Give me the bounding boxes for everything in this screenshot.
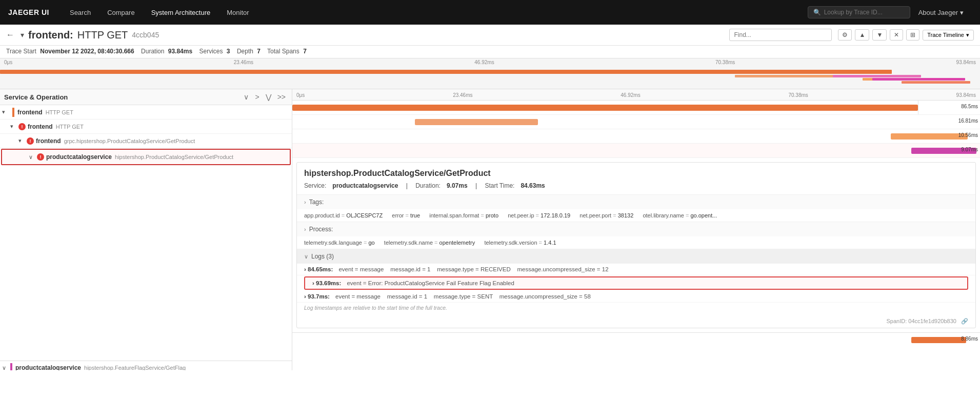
tl-label-3: 10.56ms: [958, 132, 978, 138]
panel-controls: ∨ > ⋁ >>: [242, 92, 288, 102]
span-id-link[interactable]: 🔗: [961, 318, 968, 324]
timeline-overview[interactable]: 0μs 23.46ms 46.92ms 70.38ms 93.84ms: [0, 58, 980, 89]
tl-bar-row-2: 16.81ms: [292, 115, 980, 129]
process-header[interactable]: › Process:: [297, 222, 975, 236]
span-row[interactable]: ▾ ! frontend grpc.hipstershop.ProductCat…: [0, 134, 292, 148]
timeline-bars-overview: [0, 68, 980, 89]
logs-label: Logs (3): [311, 253, 334, 260]
log-time-3: › 93.7ms:: [304, 293, 330, 300]
log-time-1: › 84.65ms:: [304, 266, 333, 272]
back-button[interactable]: ←: [6, 30, 14, 39]
tl-tick-2: 46.92ms: [621, 92, 640, 98]
error-icon: !: [27, 137, 34, 145]
chevron-down-icon: ∨: [304, 253, 308, 260]
tl-label-1: 86.5ms: [961, 104, 978, 109]
span-service: productcatalogservice: [46, 153, 112, 161]
bottom-tl-label: 8.86ms: [961, 336, 978, 342]
span-toggle[interactable]: ∨: [2, 365, 9, 371]
detail-spacer: [0, 166, 292, 361]
log-time-2: › 93.69ms:: [312, 280, 341, 286]
detail-duration-value: 9.07ms: [447, 182, 468, 189]
trace-header: ← ▾ frontend: HTTP GET 4ccb045 ⚙ ▲ ▼ ✕ ⊞…: [0, 25, 980, 46]
span-service: productcatalogservice: [15, 364, 81, 370]
nav-about[interactable]: About Jaeger ▾: [910, 9, 972, 16]
log-entry-error[interactable]: › 93.69ms: event = Error: ProductCatalog…: [304, 276, 968, 290]
tag-sdk-version: telemetry.sdk.version = 1.4.1: [484, 240, 556, 246]
tick-0: 0μs: [4, 59, 12, 65]
trace-depth-value: 7: [257, 48, 261, 55]
ov-bar-1: [0, 70, 892, 74]
trace-spans-label: Total Spans: [267, 48, 299, 55]
find-input[interactable]: [729, 29, 832, 41]
detail-start-label: Start Time:: [485, 182, 514, 189]
tags-header[interactable]: › Tags:: [297, 195, 975, 209]
log-entry-1[interactable]: › 84.65ms: event = message message.id = …: [297, 264, 975, 275]
span-id-label: SpanID:: [887, 318, 907, 324]
span-toggle[interactable]: ▾: [10, 123, 17, 130]
trace-expand-icon[interactable]: ▾: [21, 31, 24, 39]
tl-tick-1: 23.46ms: [453, 92, 472, 98]
ov-bar-6: [902, 81, 970, 84]
span-op: HTTP GET: [56, 124, 84, 130]
tl-bar-row-4: 9.07ms: [292, 144, 980, 158]
tag-peer-port: net.peer.port = 38132: [579, 212, 633, 218]
trace-lookup[interactable]: 🔍: [808, 6, 910, 18]
ov-bar-5: [872, 78, 966, 81]
trace-duration-value: 93.84ms: [168, 48, 192, 55]
span-row[interactable]: ▾ ! frontend HTTP GET: [0, 120, 292, 134]
tag-format: internal.span.format = proto: [429, 212, 498, 218]
tag-error: error = true: [392, 212, 420, 218]
span-row[interactable]: ▾ frontend HTTP GET: [0, 105, 292, 120]
nav-search[interactable]: Search: [62, 0, 99, 25]
tl-bar-row-1: 86.5ms: [292, 101, 980, 115]
trace-operation: HTTP GET: [77, 29, 128, 41]
view-switcher[interactable]: Trace Timeline ▾: [923, 30, 974, 41]
span-toggle[interactable]: ∨: [29, 154, 36, 161]
nav-monitor[interactable]: Monitor: [218, 0, 257, 25]
span-row-selected-container: ∨ ! productcatalogservice hipstershop.Pr…: [1, 149, 291, 165]
span-detail-panel: hipstershop.ProductCatalogService/GetPro…: [296, 162, 976, 328]
nav-compare[interactable]: Compare: [99, 0, 143, 25]
tag-app-product-id: app.product.id = OLJCESPC7Z: [304, 212, 383, 218]
settings-button[interactable]: ⚙: [838, 29, 852, 41]
trace-services-label: Services: [199, 48, 223, 55]
span-row-selected[interactable]: ∨ ! productcatalogservice hipstershop.Pr…: [2, 150, 290, 164]
prev-button[interactable]: ▲: [855, 29, 869, 41]
expand-all-button[interactable]: >>: [275, 92, 288, 102]
close-button[interactable]: ✕: [890, 29, 903, 41]
span-row-bottom[interactable]: ∨ productcatalogservice hipstershop.Feat…: [0, 361, 292, 370]
span-toggle[interactable]: ▾: [18, 137, 26, 144]
logs-section: ∨ Logs (3) › 84.65ms: event = message me…: [297, 249, 975, 315]
trace-services-value: 3: [227, 48, 230, 55]
collapse-all-button[interactable]: ⋁: [264, 92, 273, 102]
service-color-bar: [10, 363, 12, 370]
span-toggle[interactable]: ▾: [2, 109, 9, 115]
trace-meta: Trace Start November 12 2022, 08:40:30.6…: [0, 46, 980, 58]
trace-depth-label: Depth: [237, 48, 253, 55]
detail-service-label: Service:: [304, 182, 326, 189]
next-button[interactable]: ▼: [872, 29, 887, 41]
tags-section: › Tags: app.product.id = OLJCESPC7Z erro…: [297, 194, 975, 222]
detail-service-value: productcatalogservice: [332, 182, 398, 189]
span-op: hipstershop.FeatureFlagService/GetFlag: [84, 365, 186, 370]
tl-bar-row-3: 10.56ms: [292, 129, 980, 144]
grid-button[interactable]: ⊞: [906, 29, 919, 41]
span-op: hipstershop.ProductCatalogService/GetPro…: [115, 154, 233, 160]
trace-id-input[interactable]: [824, 9, 905, 16]
tl-bar-2: [415, 119, 538, 125]
tl-bar-1: [292, 105, 918, 111]
expand-button[interactable]: >: [253, 92, 261, 102]
nav-system-architecture[interactable]: System Architecture: [143, 0, 219, 25]
tag-peer-ip: net.peer.ip = 172.18.0.19: [508, 212, 570, 218]
timeline-bars: 86.5ms 16.81ms 10.56ms 9.07ms: [292, 101, 980, 158]
tick-1: 23.46ms: [234, 59, 253, 65]
logs-header[interactable]: ∨ Logs (3): [297, 249, 975, 264]
span-id-row: SpanID: 04cc1fe1d920b830 🔗: [297, 315, 975, 328]
log-entry-3[interactable]: › 93.7ms: event = message message.id = 1…: [297, 291, 975, 303]
collapse-button[interactable]: ∨: [242, 92, 251, 102]
ov-bar-3: [833, 75, 921, 77]
trace-spans-value: 7: [303, 48, 307, 55]
top-nav: JAEGER UI Search Compare System Architec…: [0, 0, 980, 25]
process-tags-line: telemetry.sdk.language = go telemetry.sd…: [304, 240, 968, 246]
chevron-right-icon: ›: [304, 226, 306, 232]
